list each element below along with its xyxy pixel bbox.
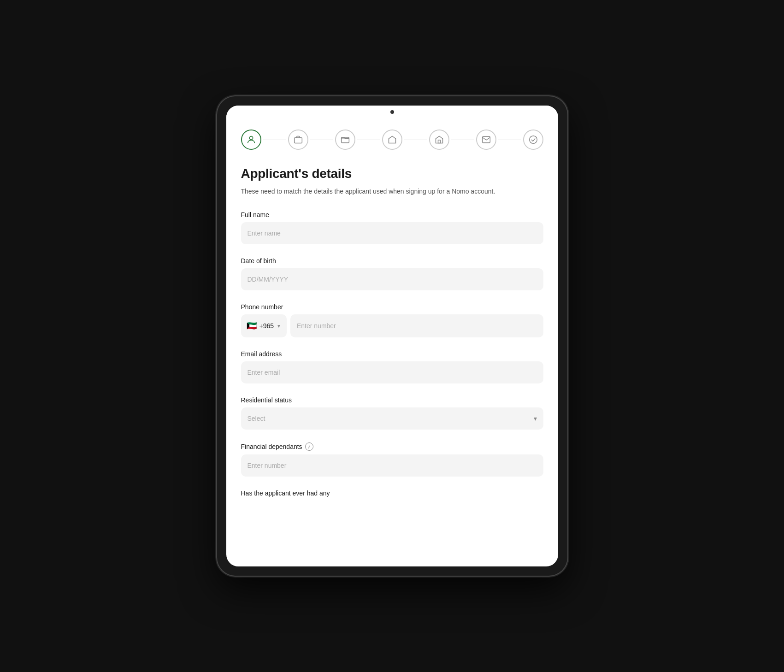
screen-content: Applicant's details These need to match … (226, 118, 558, 566)
financial-dependants-group: Financial dependants i (241, 442, 543, 477)
step-home-detail[interactable] (429, 130, 449, 150)
step-home-simple[interactable] (382, 130, 402, 150)
residential-status-label: Residential status (241, 396, 543, 404)
residential-status-wrapper: Select Resident Non-resident Expat ▾ (241, 407, 543, 430)
phone-label: Phone number (241, 303, 543, 311)
phone-group: Phone number 🇰🇼 +965 ▼ (241, 303, 543, 337)
page-title: Applicant's details (241, 166, 543, 181)
step-mail[interactable] (476, 130, 496, 150)
top-bar (226, 106, 558, 118)
residential-status-group: Residential status Select Resident Non-r… (241, 396, 543, 430)
svg-point-0 (249, 136, 253, 140)
page-subtitle: These need to match the details the appl… (241, 187, 543, 196)
device-screen: Applicant's details These need to match … (226, 106, 558, 566)
step-connector-6 (498, 140, 521, 140)
country-code-text: +965 (259, 322, 274, 330)
full-name-label: Full name (241, 211, 543, 218)
has-applicant-group: Has the applicant ever had any (241, 489, 543, 497)
dob-group: Date of birth (241, 257, 543, 290)
svg-rect-3 (438, 140, 440, 143)
financial-dependants-input[interactable] (241, 454, 543, 477)
device-frame: Applicant's details These need to match … (217, 96, 567, 576)
phone-number-input[interactable] (290, 314, 543, 337)
step-check[interactable] (523, 130, 543, 150)
residential-status-select[interactable]: Select Resident Non-resident Expat (241, 407, 543, 430)
step-connector-5 (451, 140, 474, 140)
info-icon[interactable]: i (305, 442, 313, 451)
has-applicant-label: Has the applicant ever had any (241, 489, 543, 497)
step-connector-3 (357, 140, 380, 140)
chevron-down-icon: ▼ (277, 324, 281, 329)
phone-row: 🇰🇼 +965 ▼ (241, 314, 543, 337)
country-flag: 🇰🇼 (247, 321, 257, 331)
financial-dependants-label: Financial dependants (241, 443, 302, 450)
step-connector-4 (404, 140, 427, 140)
email-label: Email address (241, 350, 543, 358)
dob-input[interactable] (241, 268, 543, 290)
dob-label: Date of birth (241, 257, 543, 265)
country-code-selector[interactable]: 🇰🇼 +965 ▼ (241, 314, 287, 337)
full-name-group: Full name (241, 211, 543, 244)
svg-point-5 (529, 136, 537, 144)
email-group: Email address (241, 350, 543, 383)
financial-dependants-label-row: Financial dependants i (241, 442, 543, 451)
step-person[interactable] (241, 130, 261, 150)
step-connector-2 (310, 140, 333, 140)
step-folder[interactable] (335, 130, 355, 150)
camera-dot (390, 110, 394, 114)
step-briefcase[interactable] (288, 130, 308, 150)
email-input[interactable] (241, 361, 543, 383)
svg-rect-1 (294, 138, 302, 143)
progress-steps (241, 130, 543, 150)
step-connector-1 (263, 140, 286, 140)
full-name-input[interactable] (241, 222, 543, 244)
